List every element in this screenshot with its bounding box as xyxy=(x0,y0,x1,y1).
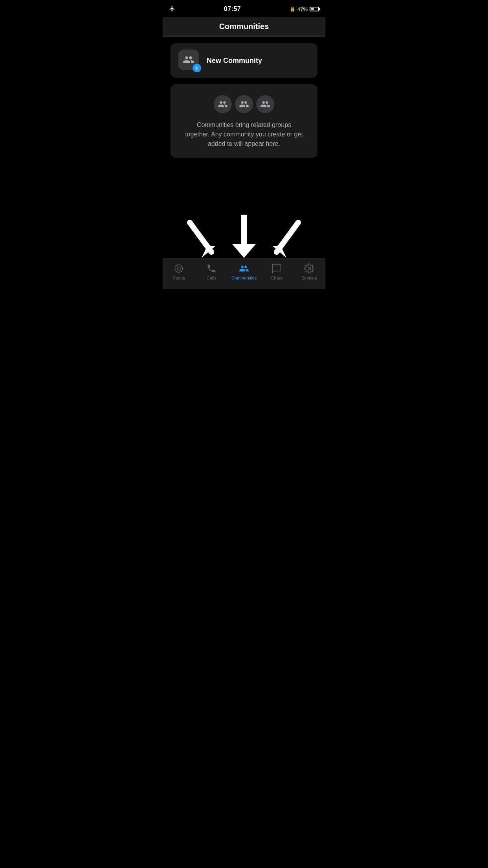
comm-icon-2 xyxy=(235,95,253,113)
settings-icon xyxy=(304,263,315,274)
calls-icon xyxy=(206,263,217,274)
group-icon-1 xyxy=(218,99,228,109)
new-community-label: New Community xyxy=(207,57,262,65)
status-right-group: 🔒 47% xyxy=(290,6,319,12)
tab-communities-label: Communities xyxy=(231,276,257,280)
svg-point-7 xyxy=(177,267,181,270)
communities-icon-svg xyxy=(239,263,249,274)
group-icon xyxy=(183,54,194,66)
tab-settings[interactable]: Settings xyxy=(293,263,325,280)
tab-bar: Status Calls Communities Chats xyxy=(163,258,325,289)
comm-icon-3 xyxy=(256,95,274,113)
plus-badge: + xyxy=(193,64,201,72)
nav-header: Communities xyxy=(163,17,325,37)
communities-icons-group xyxy=(214,95,274,113)
arrow-left-icon xyxy=(186,219,217,258)
battery-icon xyxy=(310,7,319,11)
tab-status[interactable]: Status xyxy=(163,263,195,280)
svg-marker-3 xyxy=(232,244,256,258)
tab-chats-label: Chats xyxy=(271,276,282,280)
tab-communities[interactable]: Communities xyxy=(228,263,261,280)
tab-chats[interactable]: Chats xyxy=(260,263,293,280)
new-community-icon-wrapper: + xyxy=(178,50,200,72)
new-community-card[interactable]: + New Community xyxy=(171,43,317,78)
status-icon xyxy=(173,263,184,274)
info-card: Communities bring related groups togethe… xyxy=(171,84,317,158)
page-title: Communities xyxy=(169,22,319,31)
status-bar: 07:57 🔒 47% xyxy=(163,0,325,17)
status-time: 07:57 xyxy=(224,6,241,13)
arrow-right-icon xyxy=(271,219,302,258)
tab-settings-label: Settings xyxy=(301,276,317,280)
comm-icon-1 xyxy=(214,95,232,113)
airplane-mode-icon xyxy=(169,6,175,13)
arrows-section xyxy=(163,187,325,258)
arrow-right xyxy=(271,219,302,258)
arrow-left xyxy=(186,219,217,258)
calls-icon-svg xyxy=(206,263,216,274)
tab-status-label: Status xyxy=(173,276,185,280)
svg-point-8 xyxy=(308,267,310,270)
group-icon-3 xyxy=(260,99,270,109)
communities-icon xyxy=(238,263,250,274)
arrow-center xyxy=(232,215,256,258)
chats-icon xyxy=(271,263,282,274)
info-description: Communities bring related groups togethe… xyxy=(185,120,303,149)
battery-percent: 47% xyxy=(297,6,308,12)
main-content: + New Community Communities bring rela xyxy=(163,37,325,164)
settings-icon-svg xyxy=(304,263,314,274)
lock-icon: 🔒 xyxy=(290,6,295,12)
chats-icon-svg xyxy=(272,263,282,274)
status-icon-svg xyxy=(174,263,184,274)
tab-calls[interactable]: Calls xyxy=(195,263,228,280)
tab-calls-label: Calls xyxy=(207,276,216,280)
arrow-center-icon xyxy=(232,215,256,258)
svg-point-6 xyxy=(175,265,183,272)
group-icon-2 xyxy=(239,99,249,109)
